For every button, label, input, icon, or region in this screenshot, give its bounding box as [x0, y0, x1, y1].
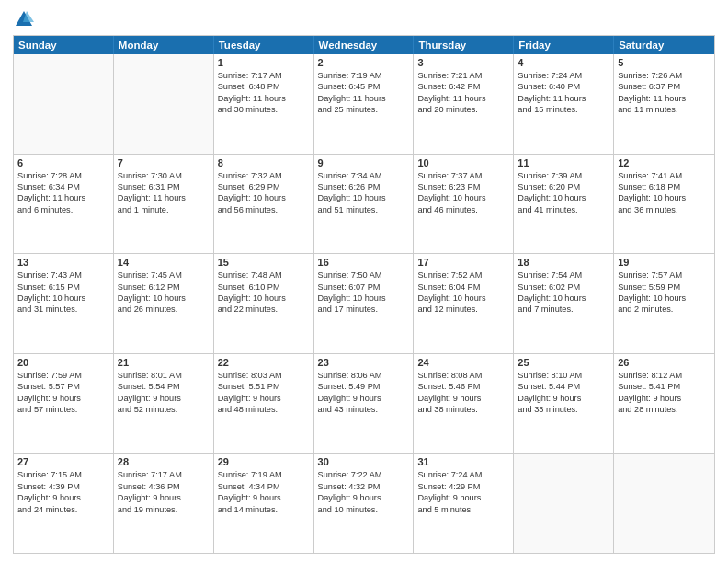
day-number: 21 [118, 357, 210, 368]
cal-cell: 10Sunrise: 7:37 AMSunset: 6:23 PMDayligh… [414, 155, 514, 254]
cell-info-line: Sunrise: 7:45 AM [118, 270, 210, 281]
cell-info-line: Daylight: 11 hours [417, 93, 509, 104]
cell-info-line: Sunset: 6:40 PM [518, 81, 609, 92]
cell-info-line: Sunrise: 7:39 AM [518, 170, 609, 181]
cell-info-line: Daylight: 10 hours [17, 293, 109, 304]
day-number: 20 [17, 357, 109, 368]
day-number: 25 [518, 357, 609, 368]
calendar-header: SundayMondayTuesdayWednesdayThursdayFrid… [14, 36, 714, 54]
cell-info-line: and 12 minutes. [417, 304, 509, 315]
cell-info-line: and 43 minutes. [318, 404, 410, 415]
cell-info-line: and 41 minutes. [518, 204, 609, 215]
cal-cell: 23Sunrise: 8:06 AMSunset: 5:49 PMDayligh… [314, 354, 415, 454]
cell-info-line: Sunset: 5:41 PM [618, 381, 711, 392]
cell-info-line: Sunrise: 7:22 AM [318, 469, 410, 480]
cell-info-line: Daylight: 9 hours [218, 393, 310, 404]
calendar-body: 1Sunrise: 7:17 AMSunset: 6:48 PMDaylight… [14, 54, 714, 553]
cell-info-line: and 6 minutes. [17, 204, 109, 215]
cell-info-line: Daylight: 10 hours [218, 192, 310, 203]
day-number: 3 [417, 57, 509, 68]
cal-cell: 22Sunrise: 8:03 AMSunset: 5:51 PMDayligh… [214, 354, 314, 454]
cal-cell: 12Sunrise: 7:41 AMSunset: 6:18 PMDayligh… [614, 155, 714, 254]
cell-info-line: and 38 minutes. [417, 404, 509, 415]
cell-info-line: Daylight: 11 hours [518, 93, 609, 104]
cell-info-line: Sunset: 6:34 PM [17, 181, 109, 192]
cell-info-line: and 48 minutes. [218, 404, 310, 415]
cell-info-line: Sunset: 6:23 PM [417, 181, 509, 192]
cell-info-line: Sunset: 5:46 PM [417, 381, 509, 392]
cell-info-line: Daylight: 11 hours [318, 93, 410, 104]
cell-info-line: Sunrise: 8:06 AM [318, 370, 410, 381]
cell-info-line: and 25 minutes. [318, 104, 410, 115]
cell-info-line: Sunset: 6:12 PM [118, 282, 210, 293]
header-day-friday: Friday [514, 36, 614, 54]
cell-info-line: Sunrise: 7:19 AM [218, 469, 310, 480]
cal-cell [14, 54, 114, 154]
cal-cell: 15Sunrise: 7:48 AMSunset: 6:10 PMDayligh… [214, 254, 314, 353]
cell-info-line: Daylight: 9 hours [318, 393, 410, 404]
cell-info-line: and 51 minutes. [318, 204, 410, 215]
cell-info-line: Sunrise: 7:32 AM [218, 170, 310, 181]
cell-info-line: and 46 minutes. [417, 204, 509, 215]
cal-cell: 1Sunrise: 7:17 AMSunset: 6:48 PMDaylight… [214, 54, 314, 154]
cell-info-line: Sunrise: 7:50 AM [318, 270, 410, 281]
cell-info-line: and 36 minutes. [618, 204, 711, 215]
cell-info-line: Sunset: 6:45 PM [318, 81, 410, 92]
cal-cell: 4Sunrise: 7:24 AMSunset: 6:40 PMDaylight… [514, 54, 614, 154]
cell-info-line: Sunrise: 7:48 AM [218, 270, 310, 281]
cell-info-line: Sunset: 4:32 PM [318, 481, 410, 492]
cell-info-line: Daylight: 9 hours [417, 393, 509, 404]
cell-info-line: and 30 minutes. [218, 104, 310, 115]
day-number: 15 [218, 257, 310, 268]
cell-info-line: and 22 minutes. [218, 304, 310, 315]
day-number: 27 [17, 456, 109, 467]
cal-cell: 25Sunrise: 8:10 AMSunset: 5:44 PMDayligh… [514, 354, 614, 454]
week-row-1: 1Sunrise: 7:17 AMSunset: 6:48 PMDaylight… [14, 54, 714, 154]
cell-info-line: Sunset: 4:39 PM [17, 481, 109, 492]
cal-cell: 6Sunrise: 7:28 AMSunset: 6:34 PMDaylight… [14, 155, 114, 254]
cal-cell: 24Sunrise: 8:08 AMSunset: 5:46 PMDayligh… [414, 354, 514, 454]
cal-cell [114, 54, 214, 154]
cell-info-line: Daylight: 9 hours [118, 393, 210, 404]
cell-info-line: Sunrise: 7:26 AM [618, 70, 711, 81]
cal-cell: 27Sunrise: 7:15 AMSunset: 4:39 PMDayligh… [14, 454, 114, 553]
cell-info-line: Sunset: 6:10 PM [218, 282, 310, 293]
day-number: 4 [518, 57, 609, 68]
day-number: 11 [518, 157, 609, 168]
day-number: 24 [417, 357, 509, 368]
cal-cell [514, 454, 614, 553]
logo [13, 9, 34, 29]
cell-info-line: Sunset: 6:20 PM [518, 181, 609, 192]
cell-info-line: Sunset: 6:18 PM [618, 181, 711, 192]
cal-cell: 20Sunrise: 7:59 AMSunset: 5:57 PMDayligh… [14, 354, 114, 454]
cal-cell: 26Sunrise: 8:12 AMSunset: 5:41 PMDayligh… [614, 354, 714, 454]
week-row-3: 13Sunrise: 7:43 AMSunset: 6:15 PMDayligh… [14, 253, 714, 353]
cell-info-line: and 57 minutes. [17, 404, 109, 415]
cal-cell: 2Sunrise: 7:19 AMSunset: 6:45 PMDaylight… [314, 54, 415, 154]
day-number: 26 [618, 357, 711, 368]
day-number: 17 [417, 257, 509, 268]
cell-info-line: Sunrise: 7:24 AM [518, 70, 609, 81]
header-day-saturday: Saturday [614, 36, 714, 54]
cal-cell [614, 454, 714, 553]
cal-cell: 31Sunrise: 7:24 AMSunset: 4:29 PMDayligh… [414, 454, 514, 553]
cell-info-line: and 1 minute. [118, 204, 210, 215]
cell-info-line: Sunrise: 8:12 AM [618, 370, 711, 381]
cell-info-line: Sunset: 6:48 PM [218, 81, 310, 92]
day-number: 6 [17, 157, 109, 168]
week-row-4: 20Sunrise: 7:59 AMSunset: 5:57 PMDayligh… [14, 353, 714, 454]
cell-info-line: Sunset: 4:36 PM [118, 481, 210, 492]
cell-info-line: Sunset: 5:57 PM [17, 381, 109, 392]
page: SundayMondayTuesdayWednesdayThursdayFrid… [0, 0, 728, 563]
cal-cell: 30Sunrise: 7:22 AMSunset: 4:32 PMDayligh… [314, 454, 415, 553]
day-number: 22 [218, 357, 310, 368]
cell-info-line: and 19 minutes. [118, 504, 210, 515]
header-day-monday: Monday [114, 36, 214, 54]
cell-info-line: Sunset: 5:51 PM [218, 381, 310, 392]
cell-info-line: and 52 minutes. [118, 404, 210, 415]
cal-cell: 21Sunrise: 8:01 AMSunset: 5:54 PMDayligh… [114, 354, 214, 454]
day-number: 29 [218, 456, 310, 467]
cell-info-line: Sunset: 6:31 PM [118, 181, 210, 192]
cal-cell: 7Sunrise: 7:30 AMSunset: 6:31 PMDaylight… [114, 155, 214, 254]
cell-info-line: and 7 minutes. [518, 304, 609, 315]
